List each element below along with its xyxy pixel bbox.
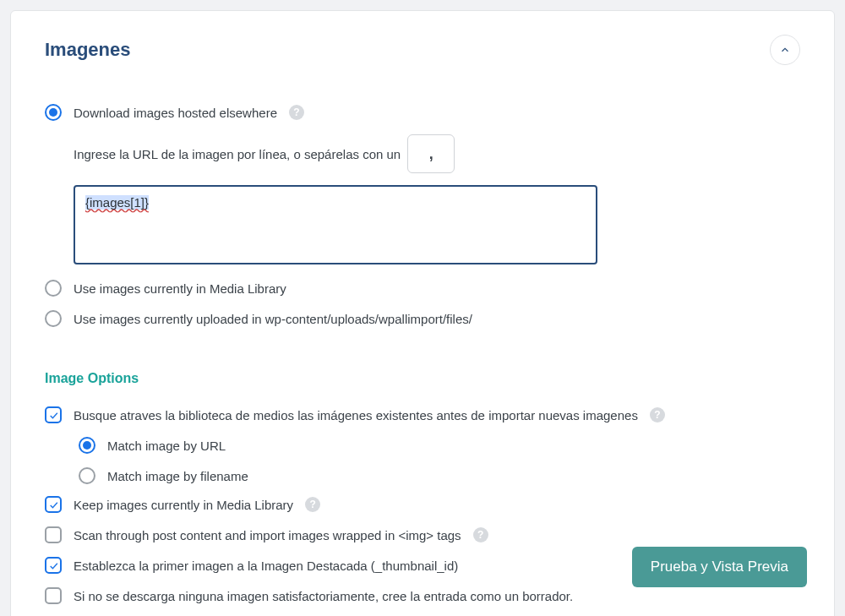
check-label: Si no se descarga ninguna imagen satisfa… bbox=[74, 589, 573, 603]
chevron-up-icon bbox=[779, 44, 791, 56]
help-icon[interactable]: ? bbox=[650, 407, 665, 422]
check-draft-on-fail[interactable]: Si no se descarga ninguna imagen satisfa… bbox=[45, 587, 800, 604]
collapse-toggle-button[interactable] bbox=[770, 35, 800, 65]
panel-title: Imagenes bbox=[45, 39, 131, 61]
radio-label: Use images currently in Media Library bbox=[74, 281, 286, 296]
preview-button[interactable]: Prueba y Vista Previa bbox=[632, 547, 807, 587]
radio-label: Download images hosted elsewhere bbox=[74, 106, 277, 120]
checkbox-icon bbox=[45, 406, 62, 423]
radio-icon bbox=[79, 437, 95, 454]
checkbox-icon bbox=[45, 526, 62, 543]
radio-uploads-dir[interactable]: Use images currently uploaded in wp-cont… bbox=[45, 310, 800, 327]
url-instruction-text: Ingrese la URL de la imagen por línea, o… bbox=[74, 147, 401, 161]
check-label: Keep images currently in Media Library bbox=[74, 498, 293, 512]
radio-icon bbox=[45, 310, 62, 327]
download-sub-block: Ingrese la URL de la imagen por línea, o… bbox=[74, 134, 800, 264]
radio-label: Match image by URL bbox=[107, 439, 226, 453]
textarea-token: {images[1]} bbox=[85, 195, 149, 210]
radio-match-by-url[interactable]: Match image by URL bbox=[79, 437, 800, 454]
images-panel: Imagenes Download images hosted elsewher… bbox=[10, 10, 835, 616]
help-icon[interactable]: ? bbox=[289, 105, 304, 120]
check-keep-media[interactable]: Keep images currently in Media Library ? bbox=[45, 496, 800, 513]
check-search-existing[interactable]: Busque atraves la biblioteca de medios l… bbox=[45, 406, 800, 423]
panel-header: Imagenes bbox=[45, 35, 800, 65]
radio-icon bbox=[45, 280, 62, 297]
radio-download-elsewhere[interactable]: Download images hosted elsewhere ? bbox=[45, 104, 800, 121]
radio-icon bbox=[45, 104, 62, 121]
check-label: Establezca la primer imagen a la Imagen … bbox=[74, 559, 458, 573]
url-instruction-row: Ingrese la URL de la imagen por línea, o… bbox=[74, 134, 800, 173]
check-label: Busque atraves la biblioteca de medios l… bbox=[74, 408, 638, 422]
match-by-group: Match image by URL Match image by filena… bbox=[79, 437, 800, 484]
radio-match-by-filename[interactable]: Match image by filename bbox=[79, 467, 800, 484]
checkbox-icon bbox=[45, 587, 62, 604]
checkbox-icon bbox=[45, 496, 62, 513]
image-options-title: Image Options bbox=[45, 371, 800, 386]
help-icon[interactable]: ? bbox=[305, 497, 320, 512]
radio-label: Use images currently uploaded in wp-cont… bbox=[74, 312, 472, 326]
radio-label: Match image by filename bbox=[107, 469, 248, 483]
check-label: Scan through post content and import ima… bbox=[74, 528, 461, 542]
image-urls-textarea[interactable]: {images[1]} bbox=[74, 185, 597, 264]
help-icon[interactable]: ? bbox=[473, 527, 488, 542]
radio-icon bbox=[79, 467, 95, 484]
separator-input[interactable] bbox=[407, 134, 455, 173]
checkbox-icon bbox=[45, 557, 62, 574]
radio-media-library[interactable]: Use images currently in Media Library bbox=[45, 280, 800, 297]
check-scan-post-content[interactable]: Scan through post content and import ima… bbox=[45, 526, 800, 543]
